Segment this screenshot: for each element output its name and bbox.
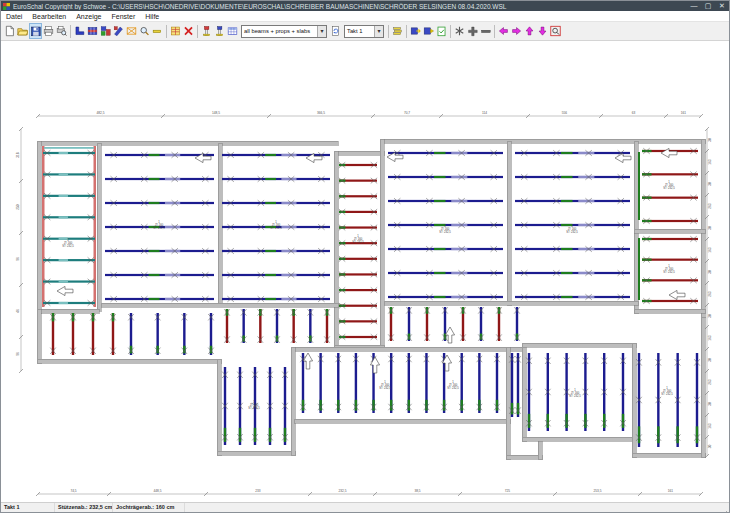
menu-item-bearbeiten[interactable]: Bearbeiten [27,11,71,21]
svg-text:556: 556 [562,111,568,115]
view-filter-select-value: all beams + props + slabs [242,28,317,34]
arrow-left-button[interactable] [497,23,510,39]
layers-stack-icon [392,25,403,37]
resize-grip[interactable] [720,504,728,512]
yellow-bar-button[interactable] [151,23,164,39]
chevron-down-icon[interactable]: ▾ [374,26,383,37]
beam-group-room-a [43,150,95,306]
zoom-tool-icon [139,25,150,37]
slab-blocks-icon [100,25,111,37]
svg-text:ST: 232,5: ST: 232,5 [352,240,364,244]
prop-blue-icon [214,25,225,37]
layers-stack-button[interactable] [391,23,404,39]
status-field-spacer [185,503,720,512]
svg-text:263: 263 [708,379,712,385]
pan-plus-button[interactable] [466,23,479,39]
svg-text:148,5: 148,5 [212,111,220,115]
arrow-down-icon [537,25,548,37]
svg-text:318: 318 [16,152,20,158]
takt-select[interactable]: Takt 1▾ [344,25,384,38]
corner-profile-button[interactable] [73,23,86,39]
chevron-down-icon[interactable]: ▾ [317,26,326,37]
pan-minus-button[interactable] [479,23,492,39]
page-green-icon [436,25,447,37]
prop-red-button[interactable] [200,23,213,39]
menu-item-hilfe[interactable]: Hilfe [140,11,164,21]
status-field-0: Takt 1 [1,503,55,512]
svg-text:38,5: 38,5 [414,489,420,493]
dimension-bottom: 74,5448,5233232,538,5725253,5161 [36,489,703,496]
takt-select-value: Takt 1 [345,28,374,34]
svg-text:ST: 232,5: ST: 232,5 [663,186,675,190]
zoom-window-button[interactable] [549,23,562,39]
scaffold-tool-icon [126,25,137,37]
arrow-right-button[interactable] [510,23,523,39]
svg-text:63: 63 [632,111,636,115]
toolbar: all beams + props + slabs▾Takt 1▾ [1,22,729,41]
print-preview-button[interactable] [55,23,68,39]
delete-x-icon [183,25,194,37]
sheet-cycle-icon [330,25,341,37]
svg-text:482,5: 482,5 [97,111,105,115]
svg-text:263: 263 [708,203,712,209]
svg-text:70,7: 70,7 [404,111,410,115]
window-titlebar: EuroSchal Copyright by Schwoe - C:\USERS… [1,1,729,11]
minimize-button[interactable]: — [687,1,701,11]
drawing-area[interactable]: 482,5148,5366,570,71145566316174,5448,52… [1,41,730,504]
disk-play-button[interactable] [422,23,435,39]
table-grid-button[interactable] [226,23,239,39]
zoom-tool-button[interactable] [138,23,151,39]
open-folder-button[interactable] [16,23,29,39]
page-green-button[interactable] [435,23,448,39]
menu-item-anzeige[interactable]: Anzeige [71,11,106,21]
svg-text:725: 725 [505,489,511,493]
svg-text:30: 30 [708,314,712,318]
svg-text:46: 46 [16,309,20,313]
parts-list-icon [170,25,181,37]
status-field-2: Jochträgerab.: 160 cm [113,503,185,512]
pan-minus-icon [480,25,491,37]
sheet-cycle-button[interactable] [329,23,342,39]
svg-text:ST: 232,5: ST: 232,5 [62,244,74,248]
zoom-window-icon [550,25,561,37]
beam-tool-button[interactable] [112,23,125,39]
beam-group-room-i [300,353,500,413]
svg-text:163: 163 [708,247,712,253]
beam-tool-icon [113,25,124,37]
svg-text:ST: 232,5: ST: 232,5 [569,394,581,398]
prop-blue-button[interactable] [213,23,226,39]
arrow-left-icon [498,25,509,37]
print-preview-icon [56,25,67,37]
arrow-up-button[interactable] [523,23,536,39]
slab-blocks-button[interactable] [99,23,112,39]
view-filter-select[interactable]: all beams + props + slabs▾ [241,25,327,38]
parts-list-button[interactable] [169,23,182,39]
disk-forward-button[interactable] [409,23,422,39]
beam-group-band2-right [388,307,520,341]
close-button[interactable]: ✕ [715,1,729,11]
wall-tool-button[interactable] [86,23,99,39]
beam-group-band2-mid [224,309,330,343]
svg-text:ST: 232,5: ST: 232,5 [566,230,578,234]
menu-item-datei[interactable]: Datei [1,11,27,21]
new-document-icon [4,25,15,37]
print-button[interactable] [42,23,55,39]
menu-bar: DateiBearbeitenAnzeigeFensterHilfe [1,11,729,22]
arrow-down-button[interactable] [536,23,549,39]
delete-x-button[interactable] [182,23,195,39]
maximize-button[interactable]: ▢ [701,1,715,11]
scaffold-tool-button[interactable] [125,23,138,39]
app-icon [3,3,10,10]
svg-text:253,5: 253,5 [594,489,602,493]
plan-drawing[interactable]: 482,5148,5366,570,71145566316174,5448,52… [1,41,730,504]
new-document-button[interactable] [3,23,16,39]
svg-text:163: 163 [708,159,712,165]
toolbar-separator [450,25,451,38]
toolbar-separator [406,25,407,38]
disk-forward-icon [410,25,421,37]
app-window: EuroSchal Copyright by Schwoe - C:\USERS… [0,0,730,513]
toolbar-separator [166,25,167,38]
recalc-star-button[interactable] [453,23,466,39]
save-file-button[interactable] [29,23,42,39]
menu-item-fenster[interactable]: Fenster [107,11,141,21]
